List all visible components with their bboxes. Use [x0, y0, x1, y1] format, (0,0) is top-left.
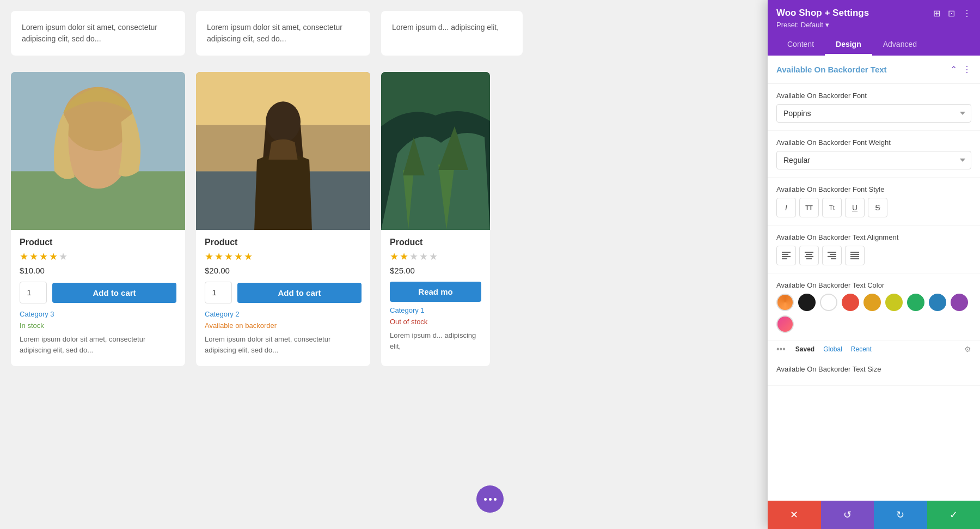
stars-3: ★ ★ ★ ★ ★ [390, 251, 481, 263]
star-2-3: ★ [224, 251, 233, 263]
svg-rect-12 [782, 256, 791, 257]
three-dots-icon [484, 498, 497, 501]
svg-rect-17 [806, 258, 812, 259]
align-btn-justify[interactable] [845, 246, 865, 265]
qty-input-1[interactable] [20, 282, 47, 303]
section-collapse-icon[interactable]: ⌃ [950, 64, 957, 75]
section-icons: ⌃ ⋮ [950, 64, 971, 75]
description-2: Lorem ipsum dolor sit amet, consectetur … [205, 334, 362, 355]
price-3: $25.00 [390, 266, 481, 275]
panel-more-icon[interactable]: ⋮ [963, 8, 971, 19]
panel-body: Available On Backorder Text ⌃ ⋮ Availabl… [768, 56, 980, 501]
stars-1: ★ ★ ★ ★ ★ [20, 251, 176, 263]
star-3-4: ★ [419, 251, 428, 263]
svg-rect-15 [806, 254, 812, 255]
color-swatch-yellow[interactable] [885, 294, 903, 311]
product-card-2: Product ★ ★ ★ ★ ★ $20.00 Add to cart Cat… [196, 72, 370, 366]
price-2: $20.00 [205, 266, 362, 275]
save-button[interactable]: ✓ [927, 501, 981, 529]
svg-rect-13 [782, 258, 787, 259]
category-link-3[interactable]: Category 1 [390, 306, 481, 314]
price-1: $10.00 [20, 266, 176, 275]
star-2-2: ★ [215, 251, 223, 263]
style-label: Available On Backorder Font Style [776, 185, 971, 193]
star-1-5: ★ [59, 251, 68, 263]
star-2-1: ★ [205, 251, 213, 263]
svg-rect-24 [850, 256, 859, 257]
tab-content[interactable]: Content [776, 34, 825, 56]
product-image-1 [11, 72, 185, 230]
font-field-group: Available On Backorder Font Poppins [768, 84, 980, 131]
svg-rect-11 [782, 254, 788, 255]
color-swatch-purple[interactable] [951, 294, 968, 311]
category-link-2[interactable]: Category 2 [205, 310, 362, 318]
add-to-cart-btn-2[interactable]: Add to cart [237, 283, 362, 303]
stars-2: ★ ★ ★ ★ ★ [205, 251, 362, 263]
color-tab-global[interactable]: Global [820, 344, 846, 354]
style-btn-underline[interactable]: U [845, 198, 865, 217]
star-1-3: ★ [39, 251, 48, 263]
category-link-1[interactable]: Category 3 [20, 310, 176, 318]
style-btn-strikethrough[interactable]: S [868, 198, 887, 217]
color-swatches [776, 294, 971, 333]
svg-rect-25 [850, 258, 859, 259]
align-btn-right[interactable] [822, 246, 842, 265]
color-swatch-orange[interactable] [863, 294, 881, 311]
color-swatch-gradient[interactable] [776, 315, 794, 333]
panel-split-icon[interactable]: ⊡ [948, 8, 955, 19]
align-btn-left[interactable] [776, 246, 796, 265]
tab-advanced[interactable]: Advanced [872, 34, 928, 56]
svg-rect-10 [782, 252, 791, 253]
out-of-stock-3: Out of stock [390, 318, 481, 326]
color-swatch-green[interactable] [907, 294, 924, 311]
color-settings-icon[interactable]: ⚙ [964, 345, 971, 354]
cart-row-2[interactable]: Add to cart [205, 282, 362, 303]
text-card-2: Lorem ipsum dolor sit amet, consectetur … [196, 11, 370, 56]
svg-point-8 [266, 101, 301, 142]
svg-rect-14 [805, 252, 813, 253]
undo-button[interactable]: ↺ [821, 501, 874, 529]
weight-select[interactable]: Regular [776, 151, 971, 169]
star-1-4: ★ [49, 251, 58, 263]
panel-title: Woo Shop + Settings [776, 8, 869, 19]
product-card-1: Product ★ ★ ★ ★ ★ $10.00 Add to cart Cat… [11, 72, 185, 366]
text-card-2-content: Lorem ipsum dolor sit amet, consectetur … [207, 22, 359, 45]
panel-resize-icon[interactable]: ⊞ [933, 8, 940, 19]
panel-preset[interactable]: Preset: Default ▾ [776, 21, 971, 29]
align-btn-center[interactable] [799, 246, 819, 265]
backorder-text-2: Available on backorder [205, 321, 362, 330]
style-field-group: Available On Backorder Font Style I TT T… [768, 178, 980, 226]
redo-button[interactable]: ↻ [874, 501, 927, 529]
floating-action-button[interactable] [476, 485, 504, 513]
color-tabs-row: ••• Saved Global Recent ⚙ [768, 341, 980, 357]
tab-design[interactable]: Design [825, 34, 872, 56]
read-more-btn-3[interactable]: Read mo [390, 282, 481, 302]
panel-tabs: Content Design Advanced [776, 34, 971, 56]
color-tab-saved[interactable]: Saved [792, 344, 818, 354]
color-tab-recent[interactable]: Recent [848, 344, 875, 354]
product-info-3: Product ★ ★ ★ ★ ★ $25.00 Read mo Categor… [381, 230, 490, 351]
in-stock-1: In stock [20, 321, 176, 330]
color-swatch-red[interactable] [842, 294, 859, 311]
star-3-5: ★ [429, 251, 438, 263]
more-colors-icon[interactable]: ••• [776, 344, 786, 354]
color-swatch-paint[interactable] [776, 294, 794, 311]
style-btn-uppercase[interactable]: TT [799, 198, 819, 217]
product-card-3: Product ★ ★ ★ ★ ★ $25.00 Read mo Categor… [381, 72, 490, 366]
section-title: Available On Backorder Text [776, 65, 887, 74]
product-name-1: Product [20, 238, 176, 247]
product-image-2 [196, 72, 370, 230]
font-label: Available On Backorder Font [776, 92, 971, 100]
add-to-cart-btn-1[interactable]: Add to cart [52, 283, 176, 303]
panel-footer: ✕ ↺ ↻ ✓ [768, 501, 980, 529]
color-swatch-white[interactable] [820, 294, 837, 311]
section-more-icon[interactable]: ⋮ [963, 64, 971, 75]
style-btn-italic[interactable]: I [776, 198, 796, 217]
color-swatch-black[interactable] [798, 294, 816, 311]
style-btn-capitalize[interactable]: Tt [822, 198, 842, 217]
cancel-button[interactable]: ✕ [768, 501, 821, 529]
font-select[interactable]: Poppins [776, 104, 971, 123]
color-swatch-blue[interactable] [929, 294, 946, 311]
cart-row-1[interactable]: Add to cart [20, 282, 176, 303]
qty-input-2[interactable] [205, 282, 232, 303]
